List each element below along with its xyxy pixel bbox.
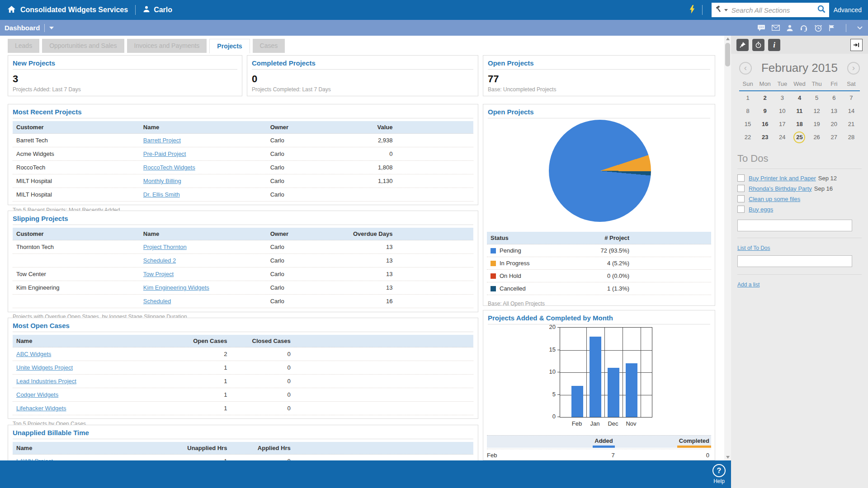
calendar-day[interactable]: 4 bbox=[791, 91, 808, 104]
todo-link[interactable]: Rhonda's Birthday Party bbox=[749, 185, 812, 192]
project-link[interactable]: Project Thornton bbox=[143, 244, 187, 250]
tab-leads[interactable]: Leads bbox=[8, 39, 39, 53]
calendar-day[interactable]: 25 bbox=[791, 131, 808, 144]
tab-opportunities-and-sales[interactable]: Opportunities and Sales bbox=[42, 39, 124, 53]
help-button[interactable]: ? Help bbox=[712, 464, 726, 484]
bar-added-jan[interactable] bbox=[590, 337, 601, 417]
calendar-day[interactable]: 12 bbox=[808, 104, 826, 117]
new-todo-input[interactable] bbox=[737, 220, 852, 231]
column-header[interactable]: Name bbox=[143, 124, 270, 131]
calendar-day[interactable]: 28 bbox=[843, 131, 860, 144]
list-of-todos-link[interactable]: List of To Dos bbox=[737, 245, 770, 251]
todo-checkbox[interactable] bbox=[737, 206, 745, 213]
column-header[interactable]: Name bbox=[16, 338, 173, 344]
todo-checkbox[interactable] bbox=[737, 195, 745, 202]
tab-cases[interactable]: Cases bbox=[253, 39, 285, 53]
project-link[interactable]: Scheduled 2 bbox=[143, 257, 176, 264]
project-link[interactable]: Monthly Billing bbox=[143, 178, 181, 184]
alarm-clock-icon[interactable] bbox=[814, 24, 822, 32]
bar-added-dec[interactable] bbox=[608, 368, 619, 417]
search-box[interactable] bbox=[712, 3, 829, 17]
todo-checkbox[interactable] bbox=[737, 174, 745, 182]
calendar-next-icon[interactable]: › bbox=[847, 62, 860, 75]
project-link[interactable]: RoccoTech Widgets bbox=[143, 164, 195, 171]
scrollbar-thumb[interactable] bbox=[725, 43, 730, 66]
calendar-day[interactable]: 10 bbox=[774, 104, 791, 117]
column-header[interactable]: Name bbox=[143, 230, 270, 237]
column-header[interactable]: Unapplied Hrs bbox=[173, 445, 227, 451]
contact-icon[interactable] bbox=[786, 24, 793, 32]
search-scope-icon[interactable] bbox=[715, 5, 722, 14]
todo-list-input[interactable] bbox=[737, 255, 852, 267]
bar-added-nov[interactable] bbox=[626, 363, 637, 417]
project-link[interactable]: Dr. Ellis Smith bbox=[143, 191, 180, 198]
calendar-day[interactable]: 26 bbox=[808, 131, 826, 144]
calendar-day[interactable]: 8 bbox=[739, 104, 756, 117]
column-header[interactable]: Closed Cases bbox=[227, 338, 290, 344]
search-scope-caret-icon[interactable] bbox=[724, 9, 728, 11]
column-header[interactable]: Applied Hrs bbox=[227, 445, 290, 451]
todo-link[interactable]: Clean up some files bbox=[749, 196, 800, 202]
project-link[interactable]: Lifehacker Widgets bbox=[16, 405, 66, 412]
flag-icon[interactable] bbox=[829, 24, 835, 32]
calendar-day[interactable]: 9 bbox=[756, 104, 774, 117]
legend-completed[interactable]: Completed bbox=[677, 437, 711, 448]
column-header[interactable]: Owner bbox=[270, 230, 334, 237]
quick-launch-icon[interactable] bbox=[689, 5, 695, 15]
open-projects-pie-chart[interactable] bbox=[549, 120, 651, 222]
column-header[interactable]: Value bbox=[334, 124, 392, 131]
column-header[interactable]: # Project bbox=[577, 235, 629, 241]
calendar-day[interactable]: 20 bbox=[826, 117, 843, 131]
home-icon[interactable] bbox=[7, 5, 16, 15]
info-icon[interactable]: i bbox=[768, 39, 780, 51]
stopwatch-icon[interactable] bbox=[752, 39, 764, 51]
todo-link[interactable]: Buy eggs bbox=[749, 206, 773, 213]
column-header[interactable]: Customer bbox=[16, 124, 143, 131]
calendar-day[interactable]: 21 bbox=[843, 117, 860, 131]
help-icon[interactable]: ? bbox=[712, 464, 726, 477]
project-link[interactable]: Barrett Project bbox=[143, 137, 181, 144]
calendar-day[interactable]: 18 bbox=[791, 117, 808, 131]
page-title[interactable]: Dashboard bbox=[5, 24, 40, 32]
advanced-search-link[interactable]: Advanced bbox=[834, 6, 862, 14]
mail-icon[interactable] bbox=[772, 25, 780, 31]
bar-chart-plot-area[interactable] bbox=[560, 327, 652, 418]
project-link[interactable]: Scheduled bbox=[143, 298, 171, 305]
calendar-day[interactable]: 2 bbox=[756, 91, 774, 104]
page-menu-chevron-icon[interactable] bbox=[49, 27, 54, 29]
calendar-day[interactable]: 23 bbox=[756, 131, 774, 144]
current-user[interactable]: Carlo bbox=[154, 6, 172, 14]
search-input[interactable] bbox=[731, 6, 817, 14]
column-header[interactable]: Name bbox=[16, 445, 173, 451]
tab-invoices-and-payments[interactable]: Invoices and Payments bbox=[127, 39, 207, 53]
collapse-panel-icon[interactable] bbox=[850, 39, 863, 51]
column-header[interactable]: Overdue Days bbox=[334, 230, 392, 237]
project-link[interactable]: Unite Widgets Project bbox=[16, 364, 73, 371]
pin-icon[interactable] bbox=[736, 39, 749, 51]
calendar-day[interactable]: 7 bbox=[843, 91, 860, 104]
add-a-list-link[interactable]: Add a list bbox=[737, 282, 760, 288]
scrollbar-down-arrow[interactable] bbox=[724, 454, 731, 460]
chat-icon[interactable] bbox=[757, 24, 765, 32]
calendar-day[interactable]: 17 bbox=[774, 117, 791, 131]
calendar-day[interactable]: 6 bbox=[826, 91, 843, 104]
project-link[interactable]: Lead Industries Project bbox=[16, 378, 76, 385]
calendar-day[interactable]: 24 bbox=[774, 131, 791, 144]
vertical-scrollbar[interactable] bbox=[724, 36, 731, 460]
project-link[interactable]: Kim Engineering Widgets bbox=[143, 284, 209, 291]
column-header[interactable]: Open Cases bbox=[173, 338, 227, 344]
todo-link[interactable]: Buy Printer Ink and Paper bbox=[749, 175, 816, 182]
legend-added[interactable]: Added bbox=[593, 437, 614, 448]
calendar-day[interactable]: 22 bbox=[739, 131, 756, 144]
calendar-day[interactable]: 27 bbox=[826, 131, 843, 144]
calendar-prev-icon[interactable]: ‹ bbox=[739, 62, 752, 75]
column-header[interactable]: Customer bbox=[16, 230, 143, 237]
column-header[interactable]: Owner bbox=[270, 124, 334, 131]
calendar-day[interactable]: 11 bbox=[791, 104, 808, 117]
calendar-day[interactable]: 16 bbox=[756, 117, 774, 131]
search-icon[interactable] bbox=[817, 5, 826, 15]
project-link[interactable]: Pre-Paid Project bbox=[143, 150, 186, 157]
project-link[interactable]: Codger Widgets bbox=[16, 391, 58, 398]
more-menu-chevron-icon[interactable] bbox=[857, 26, 863, 29]
bar-added-feb[interactable] bbox=[571, 386, 583, 417]
